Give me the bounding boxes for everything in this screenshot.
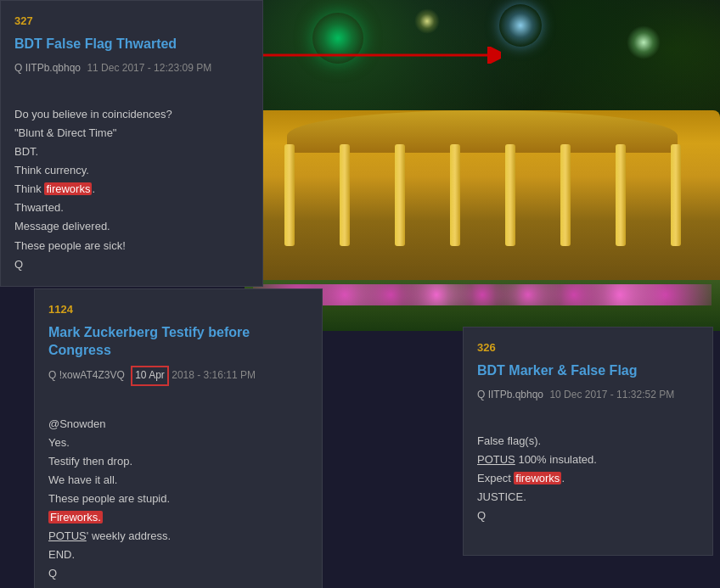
body-line-3: Testify then drop. (48, 455, 132, 468)
body-line-9: Q (48, 567, 57, 580)
post-title-326: BDT Marker & False Flag (477, 362, 699, 380)
body-line-8: END. (48, 548, 75, 561)
firework-2 (499, 4, 542, 47)
column (450, 144, 460, 246)
body-line-4: JUSTICE. (477, 490, 526, 503)
post-number-1124: 1124 (48, 301, 308, 319)
body-line-6: Thwarted. (14, 201, 64, 214)
red-arrow-svg (246, 47, 501, 64)
body-line-9: Q (14, 258, 23, 271)
post-body-1124: @Snowden Yes. Testify then drop. We have… (48, 396, 308, 584)
post-author-1124: Q !xowAT4Z3VQ (48, 369, 125, 381)
post-meta-327: Q IITPb.qbhqo 11 Dec 2017 - 12:23:09 PM (14, 60, 249, 76)
firework-3 (627, 25, 661, 59)
body-line-2: Yes. (48, 436, 70, 449)
column (284, 144, 295, 246)
body-line-7: POTUS' weekly address. (48, 529, 171, 542)
firework-4 (414, 8, 440, 34)
post-date-326: 10 Dec 2017 - 11:32:52 PM (549, 389, 674, 400)
post-date-box-1124: 10 Apr (131, 366, 169, 385)
highlight-fireworks-326: fireworks (514, 472, 561, 484)
body-line-5: Think fireworks. (14, 182, 95, 195)
column (671, 144, 681, 246)
panel-post-327: 327 BDT False Flag Thwarted Q IITPb.qbhq… (0, 0, 263, 287)
post-title-1124: Mark Zuckerberg Testify before Congress (48, 324, 308, 360)
body-line-3: Expect fireworks. (477, 472, 565, 484)
body-line-8: These people are sick! (14, 239, 126, 252)
body-line-1: Do you believe in coincidences? (14, 108, 172, 120)
highlight-fireworks-1124: Fireworks. (48, 511, 103, 524)
body-line-2: "Blunt & Direct Time" (14, 126, 117, 139)
building-columns (262, 144, 703, 246)
red-arrow-container (246, 47, 492, 55)
body-line-1: False flag(s). (477, 434, 541, 447)
body-line-4: We have it all. (48, 473, 117, 486)
potus-underline-1124: POTUS (48, 529, 87, 542)
post-body-326: False flag(s). POTUS 100% insulated. Exp… (477, 413, 699, 526)
column (616, 144, 626, 246)
body-line-2: POTUS 100% insulated. (477, 453, 597, 466)
post-author-326: Q IITPb.qbhqo (477, 389, 543, 400)
column (560, 144, 571, 246)
body-line-3: BDT. (14, 145, 38, 158)
body-line-1: @Snowden (48, 417, 105, 430)
column (505, 144, 515, 246)
column (395, 144, 405, 246)
post-date-rest-1124: 2018 - 3:16:11 PM (172, 369, 256, 381)
potus-underline-326: POTUS (477, 453, 515, 466)
panel-post-1124: 1124 Mark Zuckerberg Testify before Cong… (34, 288, 323, 588)
post-number-326: 326 (477, 339, 699, 357)
post-body-327: Do you believe in coincidences? "Blunt &… (14, 87, 249, 274)
body-line-5: These people are stupid. (48, 492, 170, 505)
post-title-327: BDT False Flag Thwarted (14, 36, 249, 53)
post-meta-326: Q IITPb.qbhqo 10 Dec 2017 - 11:32:52 PM (477, 387, 699, 403)
highlight-fireworks-327: fireworks (44, 182, 92, 195)
body-line-4: Think currency. (14, 164, 89, 176)
post-meta-1124: Q !xowAT4Z3VQ 10 Apr 2018 - 3:16:11 PM (48, 366, 308, 385)
column (340, 144, 350, 246)
post-date-327: 11 Dec 2017 - 12:23:09 PM (87, 62, 211, 74)
post-author-327: Q IITPb.qbhqo (14, 62, 81, 74)
panel-post-326: 326 BDT Marker & False Flag Q IITPb.qbhq… (463, 327, 713, 556)
body-line-5: Q (477, 509, 486, 522)
body-line-7: Message delivered. (14, 220, 110, 232)
post-number-327: 327 (14, 13, 249, 31)
